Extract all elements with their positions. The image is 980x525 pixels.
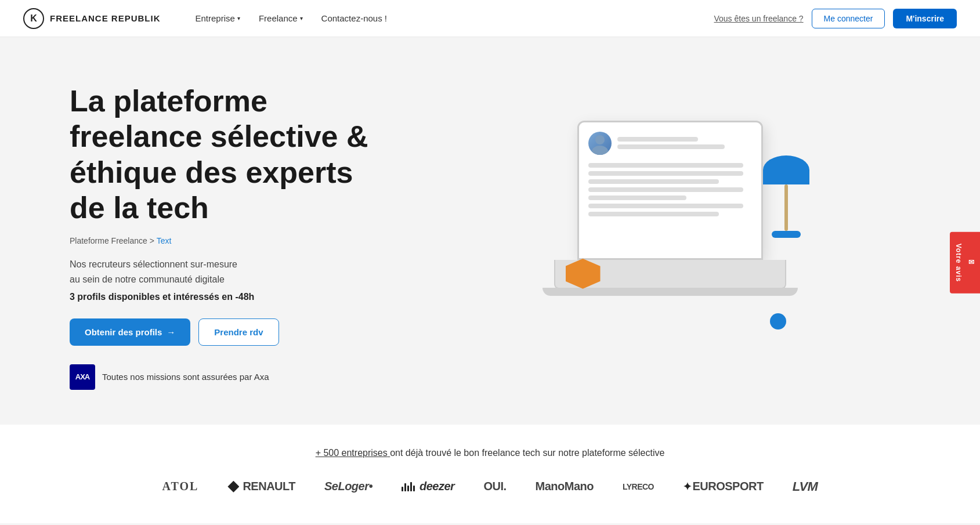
lamp-base (772, 231, 801, 238)
avatar (588, 132, 612, 155)
chevron-down-icon: ▾ (237, 15, 240, 21)
breadcrumb-separator: > (150, 236, 154, 245)
hero-buttons: Obtenir des profils → Prendre rdv (70, 318, 383, 346)
screen-content (588, 163, 752, 216)
companies-section: + 500 entreprises ont déjà trouvé le bon… (0, 425, 980, 523)
logo-eurosport: ✦ EUROSPORT (683, 480, 764, 493)
logo[interactable]: K FREELANCE REPUBLIK (23, 8, 161, 29)
screen-name-lines (617, 137, 752, 149)
deezer-icon (402, 482, 415, 491)
side-feedback-container: ✉ Votre avis (950, 231, 980, 293)
laptop-illustration (531, 121, 833, 364)
axa-badge: AXA (70, 364, 95, 390)
hero-assurance: AXA Toutes nos missions sont assurées pa… (70, 364, 383, 390)
hero-highlight: 3 profils disponibles et intéressés en -… (70, 292, 383, 302)
nav-entreprise[interactable]: Entreprise ▾ (189, 9, 247, 28)
companies-tagline: + 500 entreprises ont déjà trouvé le bon… (23, 448, 957, 458)
ball-decoration (770, 313, 786, 330)
breadcrumb-current: Text (157, 236, 172, 245)
nav-right: Vous êtes un freelance ? Me connecter M'… (714, 9, 957, 28)
navbar: K FREELANCE REPUBLIK Entreprise ▾ Freela… (0, 0, 980, 37)
hero-desc-line1: Nos recruteurs sélectionnent sur-mesure … (70, 257, 383, 287)
mail-icon: ✉ (967, 258, 975, 267)
nav-links: Entreprise ▾ Freelance ▾ Contactez-nous … (189, 9, 714, 28)
screen-profile-row (588, 132, 752, 155)
breadcrumb: Plateforme Freelance > Text (70, 236, 383, 245)
take-rdv-button[interactable]: Prendre rdv (198, 318, 279, 346)
logo-manomano: ManoMano (536, 480, 594, 493)
logo-deezer: deezer (402, 480, 454, 493)
hero-title: La plateforme freelance sélective & éthi… (70, 84, 383, 226)
hero-illustration (383, 37, 980, 425)
freelance-link[interactable]: Vous êtes un freelance ? (714, 14, 803, 23)
lamp-decoration (751, 155, 821, 271)
assurance-text: Toutes nos missions sont assurées par Ax… (102, 372, 269, 382)
logo-lvm: LVM (793, 479, 818, 494)
logo-atol: ATOL (162, 480, 199, 493)
signup-button[interactable]: M'inscrire (893, 9, 957, 28)
companies-tagline-link[interactable]: + 500 entreprises (316, 448, 390, 458)
logo-renault: RENAULT (227, 480, 295, 493)
star-icon: ✦ (683, 480, 692, 493)
svg-point-0 (595, 135, 605, 144)
companies-logos: ATOL RENAULT SeLoger• deezer OUI. ManoMa… (23, 479, 957, 494)
chevron-down-icon: ▾ (300, 15, 303, 21)
feedback-button[interactable]: ✉ Votre avis (950, 231, 980, 293)
logo-icon: K (23, 8, 44, 29)
hero-content: La plateforme freelance sélective & éthi… (0, 37, 383, 425)
lamp-arm (784, 184, 788, 231)
lamp-shade (763, 155, 809, 184)
login-button[interactable]: Me connecter (812, 9, 885, 28)
logo-oui: OUI. (483, 480, 506, 493)
logo-name: FREELANCE REPUBLIK (50, 13, 161, 23)
laptop-screen (577, 121, 763, 260)
logo-lyreco: LYRECO (623, 482, 654, 491)
nav-freelance[interactable]: Freelance ▾ (252, 9, 310, 28)
laptop-base (543, 288, 798, 296)
nav-contact[interactable]: Contactez-nous ! (314, 9, 394, 28)
svg-point-1 (592, 146, 608, 155)
arrow-right-icon: → (167, 327, 175, 337)
renault-diamond-icon (227, 481, 239, 493)
logo-letter: K (30, 13, 37, 24)
breadcrumb-base: Plateforme Freelance (70, 236, 147, 245)
get-profils-button[interactable]: Obtenir des profils → (70, 318, 190, 346)
hero-section: La plateforme freelance sélective & éthi… (0, 37, 980, 425)
laptop-screen-inner (579, 122, 761, 258)
logo-seloger: SeLoger• (324, 480, 373, 493)
